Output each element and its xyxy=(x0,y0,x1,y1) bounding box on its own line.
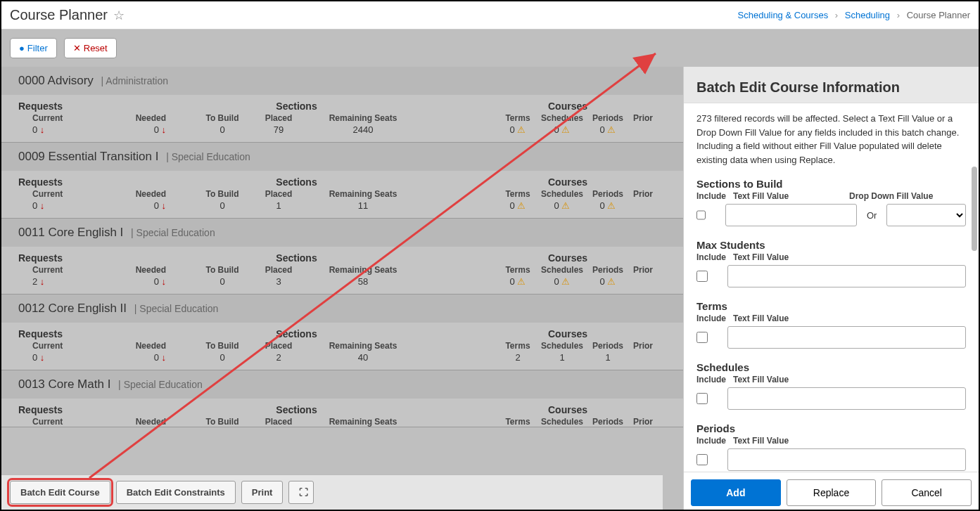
value-current: 0 ↓ xyxy=(18,352,82,363)
col-prior: Prior xyxy=(629,341,657,351)
panel-description: 273 filtered records will be affected. S… xyxy=(696,112,966,167)
dropdown-fill-select[interactable] xyxy=(886,204,966,226)
col-schedules: Schedules xyxy=(537,417,587,427)
course-code: 0000 Advisory xyxy=(18,74,94,87)
text-fill-input[interactable] xyxy=(727,326,966,349)
cancel-button[interactable]: Cancel xyxy=(882,479,972,506)
warning-icon: ⚠ xyxy=(607,200,616,211)
label-include: Include xyxy=(696,191,727,201)
arrow-down-icon: ↓ xyxy=(37,276,44,287)
value-prior xyxy=(629,200,657,211)
col-tobuild: To Build xyxy=(194,113,250,123)
col-current: Current xyxy=(18,417,82,427)
batch-edit-course-button[interactable]: Batch Edit Course xyxy=(10,481,110,504)
col-needed: Needed xyxy=(82,265,194,275)
course-group: 0011 Core English I Special Education Re… xyxy=(1,219,683,295)
batch-edit-panel: Batch Edit Course Information 273 filter… xyxy=(683,67,979,511)
heading-courses: Courses xyxy=(469,252,666,264)
page-title: Course Planner ☆ xyxy=(10,7,125,23)
heading-requests: Requests xyxy=(18,404,96,415)
include-checkbox[interactable] xyxy=(696,209,706,221)
value-remaining: 11 xyxy=(307,200,419,211)
course-header[interactable]: 0011 Core English I Special Education xyxy=(1,219,683,247)
col-terms: Terms xyxy=(498,189,537,199)
course-department: Special Education xyxy=(131,227,215,238)
arrow-down-icon: ↓ xyxy=(159,200,166,211)
course-department: Special Education xyxy=(134,303,219,314)
value-terms: 0 ⚠ xyxy=(498,276,537,287)
course-header[interactable]: 0012 Core English II Special Education xyxy=(1,295,683,323)
arrow-down-icon: ↓ xyxy=(159,124,166,135)
value-needed: 0 ↓ xyxy=(82,124,194,135)
include-checkbox[interactable] xyxy=(696,454,708,465)
fullscreen-button[interactable]: ⛶ xyxy=(288,481,314,504)
field-group: Terms Include Text Fill Value xyxy=(696,300,966,349)
warning-icon: ⚠ xyxy=(517,276,526,287)
course-code: 0009 Essential Transition I xyxy=(18,150,158,163)
replace-button[interactable]: Replace xyxy=(787,479,877,506)
warning-icon: ⚠ xyxy=(517,200,526,211)
course-group: 0009 Essential Transition I Special Educ… xyxy=(1,143,683,219)
heading-sections: Sections xyxy=(124,404,469,415)
value-terms: 0 ⚠ xyxy=(498,124,537,135)
course-code: 0011 Core English I xyxy=(18,226,123,239)
favorite-star-icon[interactable]: ☆ xyxy=(113,8,125,23)
col-terms: Terms xyxy=(498,113,537,123)
breadcrumb-link-scheduling-courses[interactable]: Scheduling & Courses xyxy=(738,10,829,20)
field-group: Schedules Include Text Fill Value xyxy=(696,361,966,410)
value-placed: 2 xyxy=(250,352,307,363)
value-schedules: 0 ⚠ xyxy=(537,276,587,287)
field-title: Max Students xyxy=(696,239,966,251)
col-remaining: Remaining Seats xyxy=(307,417,419,427)
breadcrumb-link-scheduling[interactable]: Scheduling xyxy=(845,10,890,20)
label-textfill: Text Fill Value xyxy=(733,375,966,384)
heading-sections: Sections xyxy=(124,101,469,112)
col-periods: Periods xyxy=(587,341,629,351)
value-prior xyxy=(629,276,657,287)
course-code: 0013 Core Math I xyxy=(18,377,110,391)
value-remaining: 58 xyxy=(307,276,419,287)
print-button[interactable]: Print xyxy=(241,481,284,504)
value-terms: 2 xyxy=(498,352,537,363)
warning-icon: ⚠ xyxy=(561,276,570,287)
arrow-down-icon: ↓ xyxy=(159,276,166,287)
col-schedules: Schedules xyxy=(537,265,587,275)
value-periods: 1 xyxy=(587,352,629,363)
value-schedules: 0 ⚠ xyxy=(537,200,587,211)
warning-icon: ⚠ xyxy=(561,200,570,211)
include-checkbox[interactable] xyxy=(696,393,708,404)
heading-sections: Sections xyxy=(124,176,469,188)
text-fill-input[interactable] xyxy=(725,204,857,226)
course-group: 0012 Core English II Special Education R… xyxy=(1,295,683,370)
field-title: Schedules xyxy=(696,361,966,373)
include-checkbox[interactable] xyxy=(696,271,708,282)
col-terms: Terms xyxy=(498,341,537,351)
field-title: Terms xyxy=(696,300,966,312)
text-fill-input[interactable] xyxy=(727,387,966,410)
label-textfill: Text Fill Value xyxy=(733,436,966,446)
label-include: Include xyxy=(696,252,727,262)
reset-button[interactable]: Reset xyxy=(64,38,117,58)
text-fill-input[interactable] xyxy=(727,448,966,471)
batch-edit-constraints-button[interactable]: Batch Edit Constraints xyxy=(116,481,236,504)
col-remaining: Remaining Seats xyxy=(307,265,419,275)
course-group: 0000 Advisory Administration Requests Se… xyxy=(1,67,683,143)
col-remaining: Remaining Seats xyxy=(307,341,419,351)
text-fill-input[interactable] xyxy=(727,265,966,287)
course-header[interactable]: 0013 Core Math I Special Education xyxy=(1,370,683,399)
arrow-down-icon: ↓ xyxy=(37,200,44,211)
course-header[interactable]: 0000 Advisory Administration xyxy=(1,67,683,95)
course-header[interactable]: 0009 Essential Transition I Special Educ… xyxy=(1,143,683,171)
label-include: Include xyxy=(696,313,727,323)
col-remaining: Remaining Seats xyxy=(307,189,419,199)
value-tobuild: 0 xyxy=(194,276,250,287)
include-checkbox[interactable] xyxy=(696,332,708,343)
warning-icon: ⚠ xyxy=(517,124,526,135)
value-placed: 1 xyxy=(250,200,307,211)
value-placed: 79 xyxy=(250,124,307,135)
col-tobuild: To Build xyxy=(194,189,250,199)
scrollbar-icon[interactable] xyxy=(970,103,977,472)
add-button[interactable]: Add xyxy=(691,479,781,506)
filter-button[interactable]: Filter xyxy=(10,38,57,58)
heading-courses: Courses xyxy=(469,176,666,188)
